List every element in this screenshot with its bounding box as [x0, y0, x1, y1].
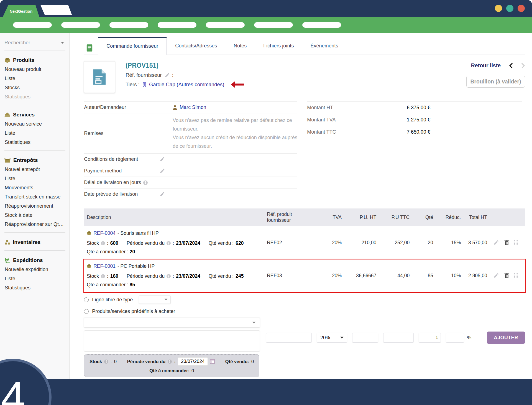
sidebar-item-expeditions-statistiques[interactable]: Statistiques [4, 283, 65, 292]
edit-pencil-icon[interactable] [160, 192, 165, 197]
supplier-ref-line: Réf. fournisseur : [126, 72, 244, 78]
free-line-label: Ligne libre de type [92, 297, 133, 303]
line-actions [490, 230, 522, 255]
line-discount: 10% [436, 263, 464, 288]
sidebar-header-expeditions[interactable]: Expéditions [4, 256, 65, 265]
cube-icon [4, 57, 10, 63]
author-link[interactable]: Marc Simon [180, 105, 206, 110]
order-line-row-2-highlighted: REF-0001 - PC Portable HP Stock : 160 [84, 259, 525, 292]
delivery-date-label: Date prévue de livraison [84, 191, 138, 197]
delete-line-icon[interactable] [504, 273, 509, 279]
edit-line-icon[interactable] [493, 273, 499, 278]
sidebar-item-entrepots-liste[interactable]: Liste [4, 174, 65, 183]
vat-select[interactable]: 20% [317, 333, 347, 343]
nav-menu-item-1[interactable] [13, 22, 52, 28]
line-description-textarea[interactable] [84, 330, 260, 351]
field-row-author: Auteur/Demandeur Marc Simon [84, 101, 297, 113]
tab-commande-fournisseur[interactable]: Commande fournisseur [98, 37, 167, 55]
status-badge: Brouillon (à valider) [466, 76, 525, 88]
search-input[interactable]: Rechercher [4, 37, 65, 50]
delete-line-icon[interactable] [504, 240, 509, 246]
sidebar-item-reapprovisionnement[interactable]: Réapprovisionnement [4, 202, 65, 211]
secondary-tab[interactable] [40, 5, 72, 15]
caret-down-icon [164, 299, 168, 301]
tab-bar: Commande fournisseur Contacts/Adresses N… [84, 37, 525, 55]
col-header-supplier-ref: Réf. produit fournisseur [264, 208, 315, 226]
field-row-payment-terms: Conditions de règlement [84, 153, 297, 165]
col-header-description: Description [84, 208, 264, 226]
sidebar-item-produits-statistiques[interactable]: Statistiques [4, 92, 65, 101]
tiers-link[interactable]: Gardie Cap (Autres commandes) [149, 81, 224, 88]
back-to-list-link[interactable]: Retour liste [471, 62, 501, 69]
nav-menu-item-2[interactable] [61, 22, 100, 28]
remises-text-2: Vous n'avez aucun crédit de réduction di… [173, 133, 297, 151]
supplier-ref-input[interactable] [266, 333, 312, 343]
sidebar-item-nouveau-produit[interactable]: Nouveau produit [4, 65, 65, 74]
sidebar-header-entrepots[interactable]: Entrepôts [4, 156, 65, 165]
sidebar-item-transfert-stock[interactable]: Transfert stock en masse [4, 192, 65, 202]
info-icon [167, 274, 171, 278]
edit-pencil-icon[interactable] [164, 73, 170, 78]
sidebar-header-services[interactable]: Services [4, 111, 65, 119]
red-arrow-annotation [231, 81, 244, 88]
sidebar-header-produits[interactable]: Produits [4, 56, 65, 65]
sidebar-item-expeditions-liste[interactable]: Liste [4, 274, 65, 283]
product-ref-link[interactable]: REF-0001 [93, 263, 116, 269]
calendar-icon[interactable] [210, 359, 215, 364]
nav-menu-item-6[interactable] [254, 22, 293, 28]
add-line-button[interactable]: AJOUTER [487, 332, 525, 344]
free-line-type-select[interactable] [139, 296, 171, 304]
nav-menu-item-5[interactable] [206, 22, 245, 28]
document-thumbnail[interactable] [84, 61, 115, 93]
period-date-input[interactable] [178, 357, 208, 366]
window-minimize-button[interactable] [495, 5, 502, 12]
sidebar-item-stocks[interactable]: Stocks [4, 83, 65, 92]
product-ref-link[interactable]: REF-0004 [93, 230, 116, 236]
nav-menu-item-4[interactable] [158, 22, 196, 28]
sidebar-item-stock-a-date[interactable]: Stock à date [4, 211, 65, 220]
sidebar-item-services-liste[interactable]: Liste [4, 129, 65, 138]
edit-pencil-icon[interactable] [160, 168, 165, 174]
window-close-button[interactable] [518, 5, 525, 12]
sidebar-item-nouvelle-expedition[interactable]: Nouvelle expédition [4, 265, 65, 274]
discount-input[interactable] [446, 333, 464, 343]
qty-input[interactable] [419, 333, 441, 343]
edit-line-icon[interactable] [493, 240, 499, 245]
sidebar-header-inventaires[interactable]: inventaires [4, 238, 65, 247]
remises-text-1: Vous n'avez pas de remise relative par d… [173, 116, 297, 133]
tab-evenements[interactable]: Événements [302, 37, 346, 55]
tab-notes[interactable]: Notes [225, 37, 255, 55]
sidebar-item-services-statistiques[interactable]: Statistiques [4, 138, 65, 147]
brand-tab[interactable]: NextGestion [3, 5, 39, 17]
chevron-left-icon[interactable] [509, 63, 513, 69]
caret-down-icon [340, 337, 344, 339]
order-banner: (PROV151) Réf. fournisseur : Tiers : Gar… [84, 61, 525, 94]
info-icon [143, 180, 148, 185]
price-ht-input[interactable] [352, 333, 378, 343]
free-line-radio[interactable] [84, 297, 89, 302]
sidebar-item-produits-liste[interactable]: Liste [4, 74, 65, 83]
edit-pencil-icon[interactable] [160, 157, 165, 162]
amounts-table: Montant HT 6 375,00 € Montant TVA 1 275,… [307, 101, 522, 138]
nav-menu-item-3[interactable] [109, 22, 148, 28]
chevron-right-icon[interactable] [521, 63, 525, 69]
stock-value: 600 [110, 240, 118, 246]
drag-handle-icon[interactable] [514, 240, 518, 245]
product-select[interactable] [84, 318, 260, 328]
predefined-radio[interactable] [84, 309, 89, 314]
stockbox-stock-label: Stock [89, 359, 102, 364]
sidebar-item-mouvements[interactable]: Mouvements [4, 183, 65, 192]
tab-fichiers-joints[interactable]: Fichiers joints [255, 37, 302, 55]
field-row-delivery-delay: Délai de livraison en jours [84, 177, 297, 188]
to-order-value: 20 [130, 249, 135, 254]
nav-menu-item-7[interactable] [302, 22, 341, 28]
drag-handle-icon[interactable] [514, 273, 518, 278]
amount-ttc-value: 7 650,00 € [407, 129, 430, 135]
window-maximize-button[interactable] [506, 5, 513, 12]
sidebar-item-nouveau-service[interactable]: Nouveau service [4, 119, 65, 129]
sidebar-item-nouvel-entrepot[interactable]: Nouvel entrepôt [4, 165, 65, 174]
sidebar-item-reapprovisionner-qte[interactable]: Réapprovisionner sur Qt… [4, 220, 65, 229]
price-ttc-input[interactable] [383, 333, 414, 343]
period-value: 23/07/2024 [176, 240, 200, 246]
tab-contacts-adresses[interactable]: Contacts/Adresses [167, 37, 225, 55]
